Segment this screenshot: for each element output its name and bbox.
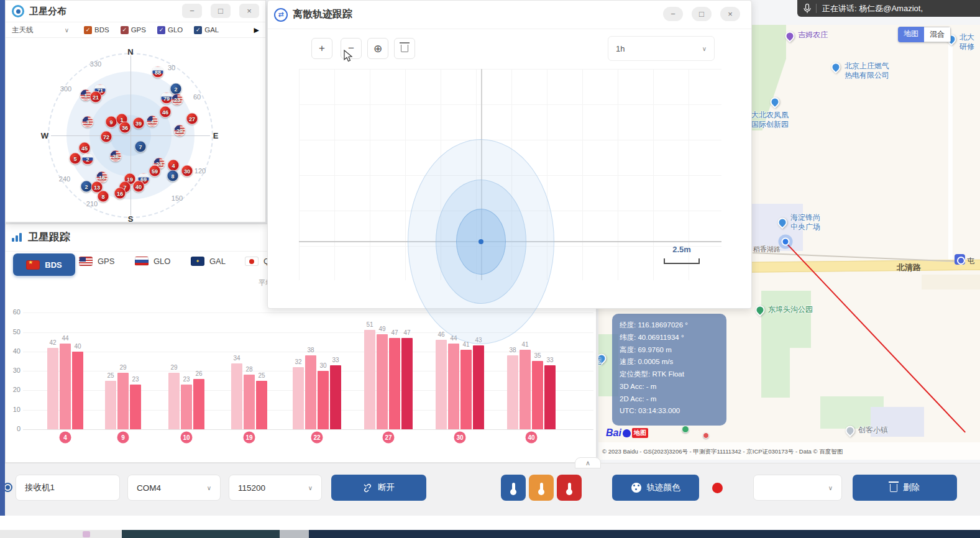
checkbox-icon: ✓ <box>84 26 92 34</box>
track-center-point <box>479 239 483 244</box>
left-window-edge <box>0 0 5 516</box>
glo-flag-icon <box>135 257 149 266</box>
scale-bracket <box>664 258 700 264</box>
map-attribution: © 2023 Baidu - GS(2023)3206号 - 甲测资字11111… <box>598 442 980 460</box>
poi-label-2: 北京上庄燃气热电有限公司 <box>845 62 889 80</box>
tab-gps[interactable]: GPS <box>79 257 114 266</box>
compass-east: E <box>213 131 219 140</box>
minimize-button[interactable]: − <box>182 4 202 18</box>
map-type-hybrid-button[interactable]: 混合 <box>924 27 951 42</box>
satellite-gps-4: 4 <box>147 116 158 127</box>
satellite-bds-16: 16 <box>114 188 126 199</box>
snr-bar-19-0 <box>231 363 242 429</box>
snr-value-40-3: 33 <box>543 357 557 363</box>
map-type-toggle: 地图 混合 <box>898 27 951 42</box>
map-type-map-button[interactable]: 地图 <box>898 27 924 42</box>
collapse-panel-button[interactable]: ∧ <box>575 457 601 468</box>
tab-glo[interactable]: GLO <box>135 257 170 266</box>
interval-select[interactable]: 1h ∨ <box>608 36 715 61</box>
maximize-button[interactable]: □ <box>692 7 712 21</box>
snr-value-27-3: 47 <box>400 329 414 336</box>
snr-bar-22-1 <box>305 355 316 429</box>
baidu-paw-icon <box>623 429 631 437</box>
snr-value-9-2: 23 <box>128 376 143 383</box>
road-daoxianghu-label: 稻香湖路 <box>753 245 781 254</box>
system-checkboxes: ✓BDS✓GPS✓GLO✓GAL <box>73 26 219 34</box>
satellite-distribution-window: 卫星分布 − □ × 主天线 ∨ ✓BDS✓GPS✓GLO✓GAL ▶ N S <box>5 0 266 222</box>
snr-value-4-2: 40 <box>70 343 85 350</box>
satellite-distribution-header: 卫星分布 − □ × <box>6 1 265 22</box>
system-checkbox-gps[interactable]: ✓GPS <box>121 26 146 34</box>
speaking-text: 正在讲话: 杨仁磊@Amaziot, <box>822 3 923 14</box>
info-row-1: 纬度: 40.06911934 ° <box>620 332 719 344</box>
window-controls: − □ × <box>182 4 259 18</box>
zoom-in-button[interactable]: + <box>311 38 332 59</box>
delete-button[interactable]: 删除 <box>853 475 957 501</box>
prn-badge-27: 27 <box>383 432 395 444</box>
baidu-map-badge: 地图 <box>632 428 648 438</box>
checkbox-icon: ✓ <box>157 26 165 34</box>
tab-gal[interactable]: GAL <box>191 257 226 266</box>
track-color-button[interactable]: 轨迹颜色 <box>612 475 699 501</box>
baud-rate-select[interactable]: 115200∨ <box>229 475 322 501</box>
locate-button[interactable]: ⊕ <box>367 38 388 59</box>
bottom-control-bar: ∧ COM4∨ 115200∨ 断开 轨迹颜色 ∨ <box>0 463 980 516</box>
system-checkbox-bds[interactable]: ✓BDS <box>84 26 109 34</box>
road-beiqing-label: 北清路 <box>897 262 921 273</box>
app-root: 稻香湖路 北清路 屯 吉姆农庄北大研修北京上庄燃气热电有限公司大北农凤凰国际创新… <box>0 0 980 538</box>
snr-bar-4-2 <box>72 352 83 429</box>
scale-label: 2.5m <box>662 245 701 254</box>
tab-label: GPS <box>98 257 114 266</box>
system-checkbox-glo[interactable]: ✓GLO <box>157 26 183 34</box>
satellite-distribution-title: 卫星分布 <box>29 6 66 17</box>
temperature-button-orange[interactable] <box>529 475 554 501</box>
system-checkbox-gal[interactable]: ✓GAL <box>194 26 219 34</box>
ring-label-120: 120 <box>195 167 206 175</box>
close-button[interactable]: × <box>720 7 740 21</box>
system-label: GLO <box>168 26 183 34</box>
antenna-select[interactable]: 主天线 ∨ <box>6 25 73 35</box>
satellite-bds-46: 46 <box>160 106 172 118</box>
info-row-7: UTC: 03:14:33.000 <box>620 405 719 417</box>
current-position-dot <box>782 238 790 246</box>
tab-bds[interactable]: BDS <box>13 253 75 276</box>
expand-arrow-icon[interactable]: ▶ <box>254 26 259 34</box>
snr-bar-40-3 <box>544 365 556 429</box>
mouse-cursor <box>344 50 354 66</box>
disconnect-button[interactable]: 断开 <box>331 475 426 501</box>
close-button[interactable]: × <box>239 4 259 18</box>
meeting-speaking-overlay: 正在讲话: 杨仁磊@Amaziot, <box>797 0 980 17</box>
snr-bar-40-0 <box>507 355 518 429</box>
minimize-button[interactable]: − <box>663 7 683 21</box>
com-port-select[interactable]: COM4∨ <box>127 475 221 501</box>
distribution-toolbar: 主天线 ∨ ✓BDS✓GPS✓GLO✓GAL ▶ <box>6 22 265 38</box>
poi-label-6: 创客小镇 <box>858 426 888 435</box>
prn-badge-19: 19 <box>244 432 255 444</box>
thermometer-icon <box>512 483 515 493</box>
poi-marker-2 <box>829 60 842 73</box>
clear-track-button[interactable] <box>394 38 415 59</box>
snr-bar-4-1 <box>60 344 71 429</box>
temperature-button-red[interactable] <box>557 475 582 501</box>
checkbox-icon: ✓ <box>194 26 202 34</box>
snr-bar-27-3 <box>401 338 413 429</box>
maximize-button[interactable]: □ <box>211 4 231 18</box>
prn-badge-10: 10 <box>181 432 193 444</box>
snr-bar-19-2 <box>256 381 267 429</box>
satellite-bds-9: 9 <box>106 116 117 128</box>
satellite-gps-29: 29 <box>174 125 186 137</box>
snr-value-19-2: 25 <box>254 372 269 379</box>
ring-label-330: 330 <box>90 60 101 68</box>
poi-label-1: 北大研修 <box>959 33 974 52</box>
track-select[interactable]: ∨ <box>753 475 842 501</box>
signal-bars-icon <box>12 232 23 242</box>
trash-icon <box>401 45 408 52</box>
thermometer-icon <box>540 483 543 493</box>
satellite-bds-39: 39 <box>133 117 145 129</box>
park-mini-marker <box>682 426 689 433</box>
temperature-button-blue[interactable] <box>501 475 526 501</box>
track-loop-icon: ⇄ <box>274 8 288 22</box>
receiver-name-input[interactable] <box>16 475 120 501</box>
info-row-3: 速度: 0.0005 m/s <box>620 356 719 368</box>
snr-value-4-1: 44 <box>58 335 73 342</box>
